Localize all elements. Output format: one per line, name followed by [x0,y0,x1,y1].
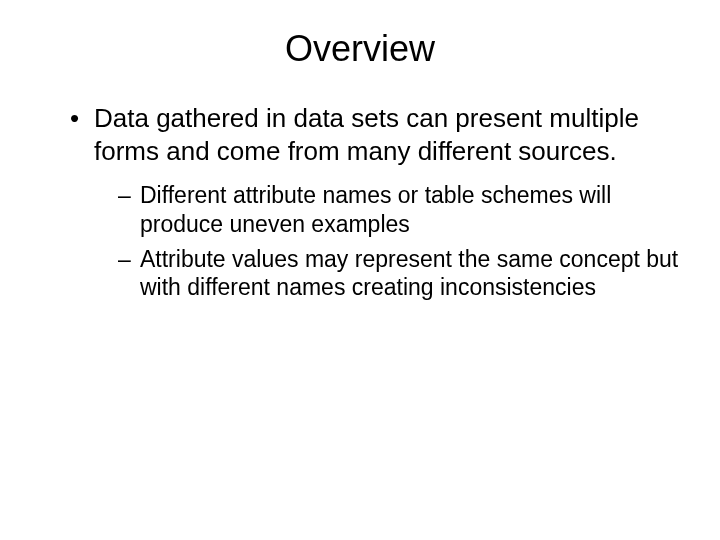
bullet-text: Different attribute names or table schem… [140,182,611,237]
slide-title: Overview [40,28,680,70]
bullet-list-level2: Different attribute names or table schem… [94,181,680,302]
bullet-list-level1: Data gathered in data sets can present m… [40,102,680,302]
slide: Overview Data gathered in data sets can … [0,0,720,540]
list-item: Attribute values may represent the same … [118,245,680,303]
bullet-text: Data gathered in data sets can present m… [94,103,639,166]
bullet-text: Attribute values may represent the same … [140,246,678,301]
list-item: Different attribute names or table schem… [118,181,680,239]
list-item: Data gathered in data sets can present m… [70,102,680,302]
